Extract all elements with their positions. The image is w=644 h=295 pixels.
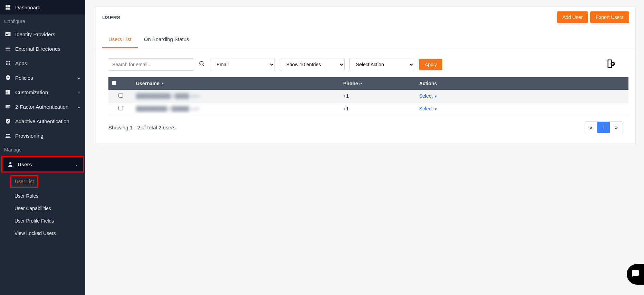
caret-down-icon: ▼ [434, 95, 438, 98]
col-username[interactable]: Username↓ᴬ [133, 77, 340, 90]
svg-point-7 [6, 63, 7, 64]
sidebar-subitem-label: View Locked Users [15, 230, 56, 236]
list-icon [5, 46, 11, 52]
svg-rect-15 [6, 92, 8, 95]
svg-rect-2 [6, 8, 8, 10]
showing-text: Showing 1 - 2 of total 2 users [108, 125, 175, 130]
sidebar-subitem-user-capabilities[interactable]: User Capabilities [0, 202, 85, 215]
add-device-button[interactable] [605, 59, 615, 70]
sidebar: Dashboard Configure Identity Providers E… [0, 0, 85, 295]
customize-icon [5, 89, 11, 95]
sidebar-item-label: External Directories [15, 46, 60, 52]
svg-rect-3 [8, 8, 10, 10]
sort-icon: ↓ᴬ [359, 82, 362, 86]
provisioning-icon [5, 132, 11, 139]
sidebar-item-label: Customization [15, 89, 48, 95]
search-button[interactable] [199, 61, 205, 69]
sidebar-item-2fa[interactable]: 123 2-Factor Authentication ⌄ [0, 99, 85, 114]
cell-phone: +1 [343, 93, 349, 99]
id-card-icon [5, 31, 11, 37]
cell-username: ██████████@████.com [136, 93, 199, 99]
row-action-select[interactable]: Select▼ [419, 106, 438, 111]
tab-users-list[interactable]: Users List [102, 31, 138, 48]
sidebar-item-dashboard[interactable]: Dashboard [0, 0, 85, 14]
export-users-button[interactable]: Export Users [590, 11, 629, 23]
sidebar-item-label: 2-Factor Authentication [15, 104, 68, 110]
apply-button[interactable]: Apply [419, 59, 442, 70]
tabs: Users List On Boarding Status [96, 31, 635, 48]
svg-line-22 [203, 65, 204, 66]
dashboard-icon [5, 4, 11, 10]
chevron-down-icon: ⌄ [77, 105, 80, 109]
svg-point-9 [9, 63, 10, 64]
svg-point-18 [6, 134, 8, 136]
select-all-checkbox[interactable] [112, 81, 116, 85]
sidebar-item-external-directories[interactable]: External Directories [0, 41, 85, 56]
apps-icon [5, 60, 11, 66]
row-action-select[interactable]: Select▼ [419, 93, 438, 99]
sidebar-subitem-label: User List [15, 179, 34, 184]
action-select[interactable]: Select Action [349, 58, 414, 71]
sort-icon: ↓ᴬ [160, 82, 163, 86]
svg-point-6 [9, 61, 10, 62]
svg-point-20 [9, 162, 11, 164]
svg-point-21 [200, 61, 203, 65]
sidebar-item-policies[interactable]: Policies ⌄ [0, 70, 85, 85]
col-actions: Actions [416, 77, 628, 90]
add-user-button[interactable]: Add User [557, 11, 588, 23]
svg-point-10 [6, 64, 7, 65]
row-checkbox[interactable] [118, 106, 123, 110]
entries-select[interactable]: Show 10 entries [280, 58, 345, 71]
row-checkbox[interactable] [118, 93, 123, 98]
svg-rect-13 [6, 90, 8, 92]
search-input[interactable] [108, 58, 194, 71]
sidebar-subitem-label: User Profile Fields [15, 218, 54, 224]
svg-point-4 [6, 61, 7, 62]
header-actions: Add User Export Users [557, 11, 629, 23]
sidebar-item-label: Policies [15, 75, 33, 81]
sidebar-subitem-label: User Capabilities [15, 206, 51, 211]
sidebar-subitem-user-roles[interactable]: User Roles [0, 190, 85, 202]
svg-text:123: 123 [7, 106, 10, 108]
chat-fab[interactable] [627, 264, 644, 285]
sidebar-item-label: Dashboard [15, 4, 40, 10]
cell-username: █████████@█████.com [136, 106, 199, 111]
sidebar-subitem-user-list[interactable]: User List [10, 175, 38, 188]
shield-search-icon [5, 75, 11, 81]
search-icon [199, 61, 205, 68]
sidebar-item-customization[interactable]: Customization ⌄ [0, 85, 85, 99]
shield-check-icon [5, 118, 11, 124]
table-footer: Showing 1 - 2 of total 2 users « 1 » [96, 115, 635, 144]
chat-icon [631, 269, 640, 279]
sidebar-item-identity-providers[interactable]: Identity Providers [0, 27, 85, 41]
page-title: USERS [102, 14, 121, 20]
sidebar-item-apps[interactable]: Apps [0, 56, 85, 70]
svg-point-5 [8, 61, 9, 62]
sidebar-item-provisioning[interactable]: Provisioning [0, 128, 85, 143]
page-next[interactable]: » [610, 122, 623, 133]
sidebar-subitem-user-profile-fields[interactable]: User Profile Fields [0, 215, 85, 227]
sidebar-item-adaptive-auth[interactable]: Adaptive Authentication [0, 114, 85, 128]
tab-onboarding-status[interactable]: On Boarding Status [138, 31, 195, 48]
users-table: Username↓ᴬ Phone↓ᴬ Actions ██████████@██… [108, 77, 628, 115]
sidebar-subitem-label: User Roles [15, 193, 38, 199]
main-content: USERS Add User Export Users Users List O… [85, 0, 644, 144]
svg-point-11 [8, 64, 9, 65]
sidebar-section-configure: Configure [0, 14, 85, 27]
sidebar-subitem-view-locked-users[interactable]: View Locked Users [0, 227, 85, 239]
sidebar-item-users[interactable]: Users ⌄ [1, 156, 84, 173]
chevron-down-icon: ⌄ [77, 76, 80, 80]
sidebar-item-label: Users [18, 161, 32, 167]
filter-field-select[interactable]: Email [210, 58, 275, 71]
two-factor-icon: 123 [5, 104, 11, 110]
page-prev[interactable]: « [585, 122, 598, 133]
caret-down-icon: ▼ [434, 107, 438, 111]
table-row: █████████@█████.com +1 Select▼ [108, 102, 628, 115]
sidebar-item-label: Identity Providers [15, 31, 55, 37]
col-phone[interactable]: Phone↓ᴬ [340, 77, 416, 90]
page-1[interactable]: 1 [597, 122, 610, 133]
device-add-icon [605, 64, 615, 70]
users-card: USERS Add User Export Users Users List O… [96, 6, 636, 144]
controls-row: Email Show 10 entries Select Action Appl… [96, 48, 635, 77]
cell-phone: +1 [343, 106, 349, 111]
